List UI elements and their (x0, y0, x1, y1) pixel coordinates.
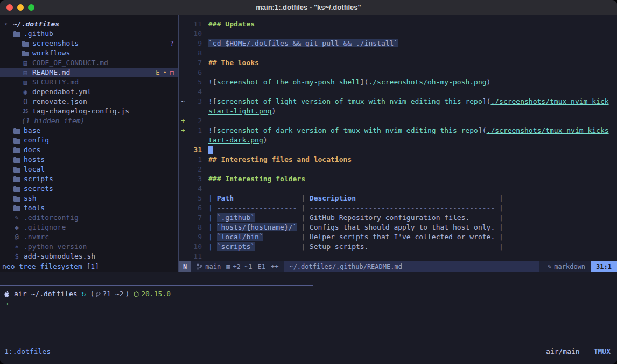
tree-item-config[interactable]: config (0, 135, 178, 145)
tree-item-code-of-conduct-md[interactable]: ▤CODE_OF_CONDUCT.md (0, 58, 178, 68)
gutter-sign: + (179, 116, 187, 126)
line-number: 2 (187, 116, 202, 126)
close-button[interactable] (6, 4, 13, 11)
editor-line[interactable]: start-light.png) (179, 106, 617, 116)
tree-item-screenshots[interactable]: screenshots? (0, 39, 178, 48)
editor-line[interactable]: tart-dark.png) (179, 135, 617, 145)
tree-item-security-md[interactable]: ▤SECURITY.md (0, 77, 178, 87)
git-branch[interactable]: main (197, 262, 221, 272)
editor-line[interactable]: 5| Path | Description | (179, 194, 617, 203)
tree-item-python-version[interactable]: ∗.python-version (0, 242, 178, 252)
editor-line[interactable]: +1![screenshot of dark version of tmux w… (179, 126, 617, 135)
dependabot-icon: ◉ (22, 87, 29, 97)
nodejs-icon (134, 291, 139, 297)
line-number: 31 (187, 145, 202, 155)
zoom-button[interactable] (28, 4, 34, 11)
folder-icon (13, 205, 20, 211)
editor-line[interactable]: 10| `scripts` | Setup scripts. | (179, 242, 617, 252)
tree-item-gitignore[interactable]: ◆.gitignore (0, 223, 178, 232)
tree-item-ssh[interactable]: ssh (0, 194, 178, 203)
gutter-sign (179, 87, 187, 97)
tree-item-dotfiles[interactable]: ▾~/.dotfiles (0, 19, 178, 29)
tmux-pane-border[interactable] (0, 285, 313, 286)
line-number: 6 (187, 203, 202, 213)
tree-item-workflows[interactable]: workflows (0, 48, 178, 58)
tree-item-label: tag-changelog-config.js (32, 106, 129, 116)
gutter-sign (179, 135, 187, 145)
gutter-sign (179, 19, 187, 29)
line-text: ![screenshot of the oh-my-posh shell](./… (208, 77, 490, 87)
editor-line[interactable]: 10 (179, 29, 617, 39)
editor-line[interactable]: 7## The looks (179, 58, 617, 68)
window-controls (6, 0, 34, 15)
editor-line[interactable]: 6 (179, 68, 617, 77)
cursor-position: 31:1 (591, 261, 617, 272)
tree-item-label: ~/.dotfiles (13, 19, 59, 29)
git-untracked-icon: ? (170, 39, 174, 48)
tree-item-editorconfig[interactable]: ✎.editorconfig (0, 213, 178, 223)
gutter-sign (179, 58, 187, 68)
tree-item-docs[interactable]: docs (0, 145, 178, 155)
editor-line[interactable]: 4 (179, 184, 617, 194)
editor-line[interactable]: +2 (179, 116, 617, 126)
tree-item-1-hidden-item[interactable]: (1 hidden item) (0, 116, 178, 126)
minimize-button[interactable] (17, 4, 24, 11)
tree-item-add-submodules-sh[interactable]: $add-submodules.sh (0, 252, 178, 261)
pane-separator[interactable] (178, 15, 179, 272)
editor-line[interactable]: 4 (179, 87, 617, 97)
editor-line[interactable]: 6| ------------------- | ---------------… (179, 203, 617, 213)
editor-line[interactable]: 9| `local/bin` | Helper scripts that I'v… (179, 232, 617, 242)
shell-input-line[interactable]: → (4, 299, 613, 309)
tree-item-label: config (24, 135, 49, 145)
tree-item-label: docs (24, 145, 40, 155)
tree-item-tag-changelog-config-js[interactable]: JStag-changelog-config.js (0, 106, 178, 116)
tree-item-tools[interactable]: tools (0, 203, 178, 213)
tmux-session-tab[interactable]: 1:.dotfiles (4, 347, 51, 356)
diagnostic-indicator: E (156, 68, 159, 77)
editor-line[interactable]: 9`cd $HOME/.dotfiles && git pull && ./in… (179, 39, 617, 48)
tree-item-dependabot-yml[interactable]: ◉dependabot.yml (0, 87, 178, 97)
editor-line[interactable]: 8| `hosts/{hostname}/` | Configs that sh… (179, 223, 617, 232)
shell-pane[interactable]: air ~/.dotfiles ↻ ( ?1 ~2 ) 20.15.0 → (4, 289, 613, 309)
tree-item-github[interactable]: .github (0, 29, 178, 39)
tree-item-scripts[interactable]: scripts (0, 174, 178, 184)
tree-item-readme-md[interactable]: ▤README.mdE•□ (0, 68, 178, 77)
javascript-icon: JS (22, 106, 29, 116)
tree-item-label: workflows (32, 48, 70, 58)
gutter-sign (179, 77, 187, 87)
tree-item-label: add-submodules.sh (24, 252, 95, 261)
cursor-block (208, 146, 213, 154)
tree-item-renovate-json[interactable]: {}renovate.json (0, 97, 178, 106)
tree-item-hosts[interactable]: hosts (0, 155, 178, 165)
editor-line[interactable]: 3### Interesting folders (179, 174, 617, 184)
shell-prompt: air ~/.dotfiles ↻ ( ?1 ~2 ) 20.15.0 (4, 289, 613, 299)
line-text: | `scripts` | Setup scripts. | (208, 242, 503, 252)
line-number: 7 (187, 58, 202, 68)
line-number: 4 (187, 87, 202, 97)
editor-line[interactable]: 31 (179, 145, 617, 155)
editor-line[interactable]: 8 (179, 48, 617, 58)
editor-line[interactable]: 11 (179, 252, 617, 261)
editor-line[interactable]: 7| `.github` | GitHub Repository configu… (179, 213, 617, 223)
tree-item-local[interactable]: local (0, 165, 178, 174)
line-number: 4 (187, 184, 202, 194)
tree-item-secrets[interactable]: secrets (0, 184, 178, 194)
folder-icon (13, 176, 20, 182)
tree-item-label: hosts (24, 155, 45, 165)
editor-line[interactable]: 11### Updates (179, 19, 617, 29)
tree-item-base[interactable]: base (0, 126, 178, 135)
editor-line[interactable]: ~3![screenshot of light version of tmux … (179, 97, 617, 106)
editor-line[interactable]: 1## Interesting files and locations (179, 155, 617, 165)
tree-item-label: .gitignore (24, 223, 66, 232)
line-text: ## The looks (208, 58, 259, 68)
terminal-window: main:1:.dotfiles - "ks~/.dotfiles" ▾~/.d… (0, 0, 617, 364)
line-text: start-light.png) (208, 106, 276, 116)
editor-pane[interactable]: 11### Updates 10 9`cd $HOME/.dotfiles &&… (179, 19, 617, 261)
tree-item-label: base (24, 126, 40, 135)
editor-line[interactable]: 5![screenshot of the oh-my-posh shell](.… (179, 77, 617, 87)
tree-item-nvmrc[interactable]: @.nvmrc (0, 232, 178, 242)
editor-line[interactable]: 2 (179, 165, 617, 174)
line-number (187, 106, 202, 116)
markdown-file-icon: ▤ (22, 58, 29, 68)
git-branch-icon (197, 263, 202, 270)
